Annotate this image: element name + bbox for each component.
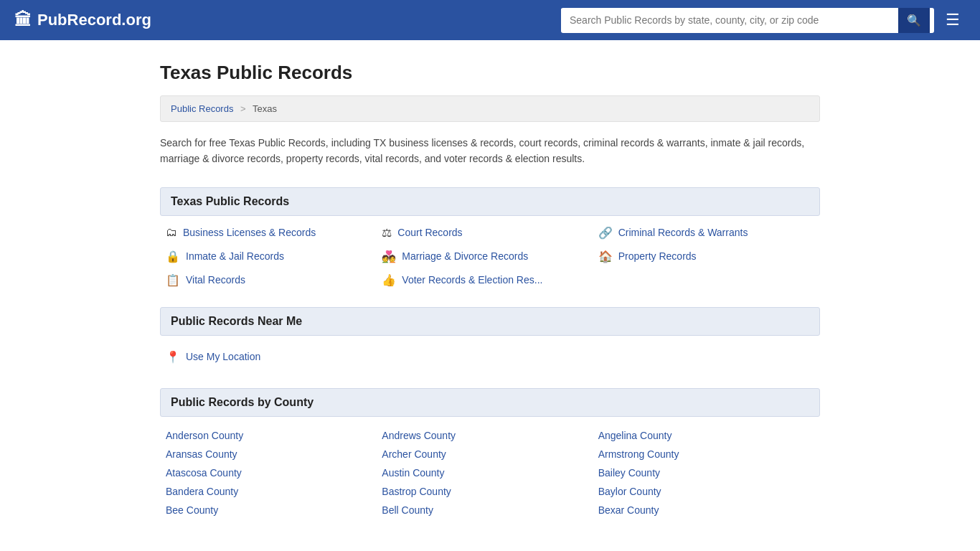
breadcrumb-current: Texas — [253, 103, 277, 114]
county-item[interactable]: Angelina County — [598, 430, 814, 441]
menu-button[interactable]: ☰ — [940, 9, 966, 31]
county-item[interactable]: Bee County — [166, 504, 382, 516]
site-logo[interactable]: 🏛 PubRecord.org — [14, 10, 151, 30]
near-me-content: 📍 Use My Location — [160, 346, 820, 368]
county-item[interactable]: Armstrong County — [598, 448, 814, 460]
county-heading: Public Records by County — [160, 388, 820, 417]
logo-icon: 🏛 — [14, 10, 32, 30]
record-icon: 🔒 — [166, 250, 180, 263]
search-icon: 🔍 — [907, 14, 921, 27]
record-icon: 👍 — [382, 273, 396, 287]
record-label: Vital Records — [186, 274, 245, 286]
record-label: Voter Records & Election Res... — [402, 274, 542, 286]
breadcrumb: Public Records > Texas — [160, 95, 820, 122]
hamburger-icon: ☰ — [946, 11, 960, 29]
site-header: 🏛 PubRecord.org 🔍 ☰ — [0, 0, 980, 40]
record-item[interactable]: ⚖Court Records — [382, 226, 598, 240]
records-grid: 🗂Business Licenses & Records⚖Court Recor… — [160, 226, 820, 287]
page-description: Search for free Texas Public Records, in… — [160, 135, 820, 167]
county-section: Public Records by County Anderson County… — [160, 388, 820, 519]
county-item[interactable]: Atascosa County — [166, 467, 382, 479]
county-grid: Anderson CountyAndrews CountyAngelina Co… — [160, 427, 820, 519]
county-item[interactable]: Bexar County — [598, 504, 814, 516]
search-input[interactable] — [561, 9, 898, 32]
record-label: Marriage & Divorce Records — [402, 250, 528, 262]
search-button[interactable]: 🔍 — [898, 8, 930, 33]
county-item[interactable]: Bailey County — [598, 467, 814, 479]
location-label: Use My Location — [186, 351, 260, 362]
record-label: Criminal Records & Warrants — [618, 227, 748, 238]
county-item[interactable]: Andrews County — [382, 430, 598, 441]
texas-records-heading: Texas Public Records — [160, 187, 820, 216]
record-label: Property Records — [618, 250, 697, 262]
texas-records-section: Texas Public Records 🗂Business Licenses … — [160, 187, 820, 287]
county-item[interactable]: Archer County — [382, 448, 598, 460]
record-label: Court Records — [397, 227, 462, 238]
logo-text: PubRecord.org — [37, 11, 151, 29]
record-item[interactable]: 👍Voter Records & Election Res... — [382, 273, 598, 287]
record-icon: 🗂 — [166, 226, 177, 239]
record-icon: 💑 — [382, 250, 396, 263]
page-title: Texas Public Records — [160, 62, 820, 84]
breadcrumb-separator: > — [240, 103, 246, 114]
record-icon: 🔗 — [598, 226, 613, 240]
use-my-location[interactable]: 📍 Use My Location — [166, 350, 814, 364]
record-item[interactable]: 🗂Business Licenses & Records — [166, 226, 382, 240]
county-item[interactable]: Baylor County — [598, 486, 814, 497]
near-me-section: Public Records Near Me 📍 Use My Location — [160, 307, 820, 368]
record-item[interactable]: 💑Marriage & Divorce Records — [382, 250, 598, 263]
record-item[interactable]: 🔗Criminal Records & Warrants — [598, 226, 814, 240]
county-item[interactable]: Aransas County — [166, 448, 382, 460]
header-right: 🔍 ☰ — [561, 8, 966, 33]
record-icon: 📋 — [166, 273, 180, 287]
location-icon: 📍 — [166, 350, 180, 364]
record-item[interactable]: 📋Vital Records — [166, 273, 382, 287]
record-icon: 🏠 — [598, 250, 613, 263]
record-item[interactable]: 🔒Inmate & Jail Records — [166, 250, 382, 263]
record-icon: ⚖ — [382, 226, 392, 240]
county-item[interactable]: Bell County — [382, 504, 598, 516]
county-item[interactable]: Anderson County — [166, 430, 382, 441]
main-content: Texas Public Records Public Records > Te… — [146, 40, 834, 551]
search-bar: 🔍 — [561, 8, 934, 33]
county-item[interactable]: Bastrop County — [382, 486, 598, 497]
near-me-heading: Public Records Near Me — [160, 307, 820, 336]
breadcrumb-parent[interactable]: Public Records — [171, 103, 233, 114]
county-item[interactable]: Bandera County — [166, 486, 382, 497]
county-item[interactable]: Austin County — [382, 467, 598, 479]
record-label: Inmate & Jail Records — [186, 250, 284, 262]
record-label: Business Licenses & Records — [183, 227, 316, 238]
record-item[interactable]: 🏠Property Records — [598, 250, 814, 263]
